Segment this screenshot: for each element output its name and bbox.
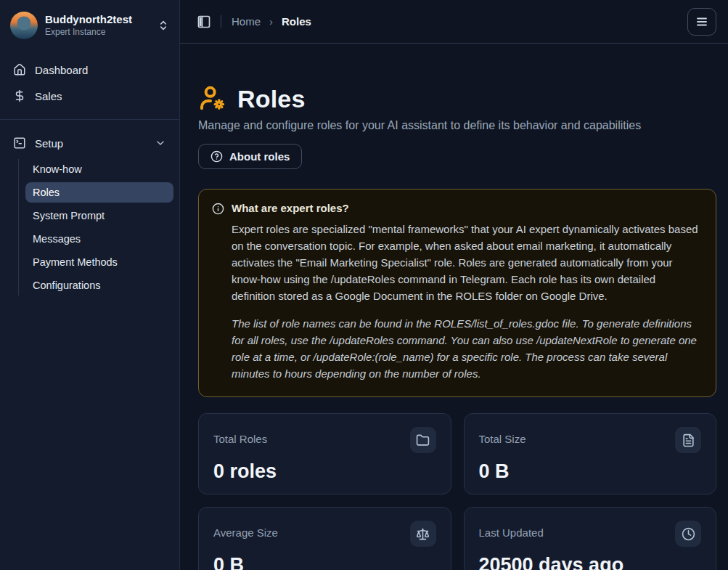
hamburger-menu-icon <box>695 15 708 28</box>
file-text-icon <box>675 427 701 453</box>
sidebar-item-label: System Prompt <box>33 210 105 221</box>
info-box-header: What are expert roles? <box>212 202 700 215</box>
page-content: Roles Manage and configure roles for you… <box>180 44 728 570</box>
folder-icon <box>410 427 436 453</box>
sidebar-item-label: Configurations <box>33 280 101 291</box>
sidebar-nav: Dashboard Sales <box>6 57 173 109</box>
dollar-sign-icon <box>13 89 26 102</box>
sidebar-item-know-how[interactable]: Know-how <box>25 159 173 179</box>
about-roles-button[interactable]: About roles <box>198 144 302 169</box>
panel-left-icon <box>197 15 211 29</box>
sidebar-item-label: Roles <box>33 187 60 198</box>
workspace-subtitle: Expert Instance <box>45 27 150 38</box>
help-circle-icon <box>210 150 223 163</box>
info-box-paragraph-2: The list of role names can be found in t… <box>232 315 700 382</box>
terminal-square-icon <box>13 137 26 150</box>
chevrons-up-down-icon <box>158 20 169 31</box>
stat-label: Total Roles <box>213 427 267 445</box>
sidebar-item-dashboard[interactable]: Dashboard <box>6 57 173 83</box>
page-subtitle: Manage and configure roles for your AI a… <box>198 119 716 132</box>
sidebar-divider <box>0 119 179 120</box>
sidebar-item-system-prompt[interactable]: System Prompt <box>25 205 173 226</box>
breadcrumb-home[interactable]: Home <box>232 15 261 28</box>
stat-label: Last Updated <box>479 521 544 539</box>
stat-card-last-updated: Last Updated 20500 days ago <box>464 507 717 570</box>
breadcrumb-separator: › <box>269 15 273 28</box>
sidebar-item-label: Know-how <box>33 163 82 175</box>
stat-card-average-size: Average Size 0 B <box>198 507 451 570</box>
setup-sub-list: Know-how Roles System Prompt Messages Pa… <box>18 159 173 296</box>
sidebar-item-label: Payment Methods <box>33 256 118 268</box>
stat-value: 20500 days ago <box>479 554 702 570</box>
clock-icon <box>675 521 701 547</box>
breadcrumb: Home › Roles <box>232 15 311 28</box>
scale-icon <box>410 521 436 547</box>
topbar: Home › Roles <box>180 0 728 44</box>
workspace-name: Buddynorth2test <box>45 13 150 27</box>
menu-button[interactable] <box>687 8 716 36</box>
sidebar-group-setup[interactable]: Setup <box>6 130 173 156</box>
user-cog-icon <box>198 84 227 113</box>
page-title-row: Roles <box>198 84 716 113</box>
sidebar-item-payment-methods[interactable]: Payment Methods <box>25 252 173 272</box>
sidebar-item-sales[interactable]: Sales <box>6 83 173 109</box>
page-title: Roles <box>237 85 306 113</box>
stat-label: Average Size <box>213 521 278 539</box>
about-roles-label: About roles <box>229 150 290 163</box>
sidebar: Buddynorth2test Expert Instance Dashboar… <box>0 0 180 570</box>
sidebar-item-label: Messages <box>33 233 81 245</box>
breadcrumb-current: Roles <box>282 15 311 28</box>
chevron-down-icon <box>155 137 166 149</box>
sidebar-toggle-button[interactable] <box>193 11 215 33</box>
stats-grid: Total Roles 0 roles Total Size 0 B <box>198 413 716 570</box>
workspace-avatar <box>10 12 38 39</box>
stat-value: 0 roles <box>213 460 436 483</box>
sidebar-item-label: Sales <box>35 90 62 102</box>
stat-label: Total Size <box>479 427 526 445</box>
sidebar-group-label: Setup <box>35 137 63 150</box>
sidebar-item-configurations[interactable]: Configurations <box>25 275 173 296</box>
main-area: Home › Roles <box>180 0 728 570</box>
stat-card-total-roles: Total Roles 0 roles <box>198 413 451 494</box>
info-box-title: What are expert roles? <box>232 202 349 214</box>
stat-value: 0 B <box>213 554 436 570</box>
stat-card-total-size: Total Size 0 B <box>464 413 717 494</box>
info-box: What are expert roles? Expert roles are … <box>198 189 716 397</box>
stat-value: 0 B <box>479 460 702 483</box>
info-box-paragraph-1: Expert roles are specialized "mental fra… <box>232 221 700 304</box>
workspace-meta: Buddynorth2test Expert Instance <box>45 13 150 38</box>
sidebar-item-label: Dashboard <box>35 64 88 76</box>
house-icon <box>13 63 26 76</box>
sidebar-item-messages[interactable]: Messages <box>25 229 173 249</box>
info-icon <box>212 203 224 215</box>
sidebar-item-roles[interactable]: Roles <box>25 182 173 203</box>
topbar-divider <box>221 15 221 28</box>
workspace-switcher[interactable]: Buddynorth2test Expert Instance <box>6 7 173 44</box>
